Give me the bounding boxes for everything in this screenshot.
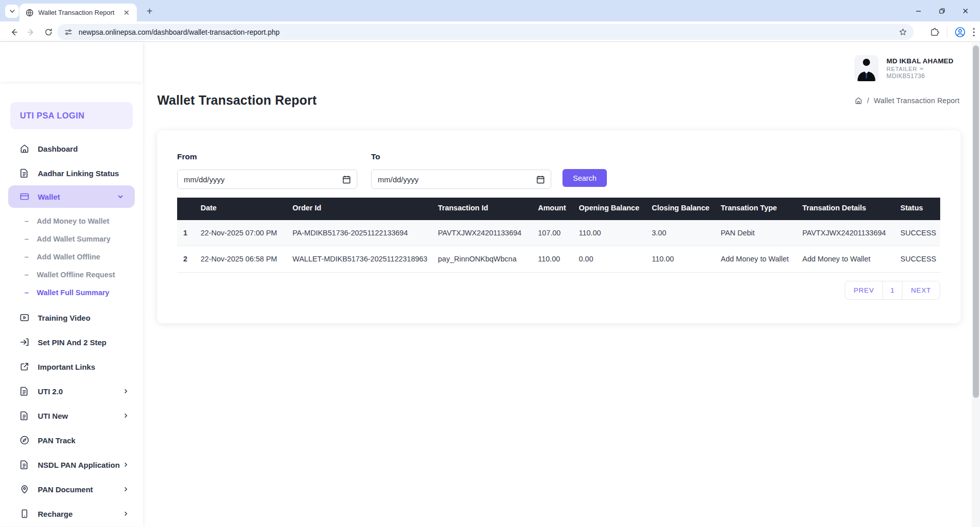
chevron-right-icon: [123, 462, 129, 468]
chevron-down-icon: [919, 66, 924, 71]
sidebar-item-label: Training Video: [38, 314, 90, 322]
dash-icon: –: [24, 217, 29, 225]
sidebar-item-label: Important Links: [38, 363, 95, 371]
sidebar-subitem-wallet-full-summary[interactable]: – Wallet Full Summary: [0, 283, 143, 301]
profile-icon[interactable]: [954, 27, 966, 38]
next-page-button[interactable]: NEXT: [902, 281, 940, 299]
cell-status: SUCCESS: [896, 220, 940, 246]
sidebar-item-training-video[interactable]: Training Video: [0, 305, 143, 330]
brand-badge: UTI PSA LOGIN: [10, 102, 133, 129]
dash-icon: –: [24, 253, 29, 261]
dash-icon: –: [24, 271, 29, 279]
kebab-menu-icon[interactable]: [973, 28, 975, 37]
calendar-icon[interactable]: [536, 175, 545, 184]
search-button[interactable]: Search: [562, 169, 607, 187]
user-role[interactable]: RETAILER: [887, 66, 953, 72]
page-scrollbar[interactable]: [972, 42, 980, 527]
breadcrumb: / Wallet Transaction Report: [854, 97, 960, 105]
sidebar-item-aadhar-linking-status[interactable]: Aadhar Linking Status: [0, 161, 143, 185]
login-arrow-icon: [19, 337, 30, 347]
browser-tab[interactable]: Wallet Transaction Report ✕: [19, 4, 137, 21]
sidebar-item-uti-new[interactable]: UTI New: [0, 403, 143, 428]
cell-index: 1: [177, 220, 197, 246]
sidebar-item-label: Recharge: [38, 510, 72, 518]
home-icon[interactable]: [854, 97, 863, 105]
site-info-icon[interactable]: [64, 28, 72, 36]
location-pin-icon: [19, 484, 30, 494]
sidebar-item-uti-20[interactable]: UTI 2.0: [0, 379, 143, 403]
document-icon: [19, 411, 30, 421]
tab-close-icon[interactable]: ✕: [121, 8, 132, 17]
sidebar-item-recharge[interactable]: Recharge: [0, 501, 143, 526]
new-tab-button[interactable]: +: [143, 5, 156, 18]
sidebar-item-important-links[interactable]: Important Links: [0, 354, 143, 379]
calendar-icon[interactable]: [342, 175, 351, 184]
chevron-down-icon: [117, 194, 124, 200]
cell-order-id: PA-MDIKB51736-20251122133694: [288, 220, 434, 246]
cell-transation-details: PAVTXJWX24201133694: [798, 220, 896, 246]
cell-opening-balance: 110.00: [575, 220, 648, 246]
mobile-phone-icon: [19, 509, 30, 519]
cell-date: 22-Nov-2025 07:00 PM: [197, 220, 288, 246]
document-icon: [19, 386, 30, 396]
sidebar-item-dashboard[interactable]: Dashboard: [0, 136, 143, 161]
bookmark-star-icon[interactable]: [898, 28, 908, 37]
sidebar-item-label: UTI New: [38, 412, 68, 420]
sidebar-subitem-add-wallet-summary[interactable]: – Add Wallet Summary: [0, 230, 143, 248]
sidebar-item-label: NSDL PAN Application: [38, 461, 120, 469]
reload-button[interactable]: [42, 26, 55, 39]
page-number-button[interactable]: 1: [883, 281, 902, 299]
toolbar-actions: [930, 25, 975, 39]
tab-search-button[interactable]: [5, 5, 19, 18]
cell-status: SUCCESS: [896, 246, 940, 272]
close-window-button[interactable]: [953, 0, 977, 21]
table-row: 1 22-Nov-2025 07:00 PM PA-MDIKB51736-202…: [177, 220, 940, 246]
cell-closing-balance: 110.00: [648, 246, 717, 272]
table-row: 2 22-Nov-2025 06:58 PM WALLET-MDIKB51736…: [177, 246, 940, 272]
breadcrumb-separator: /: [867, 97, 869, 105]
cell-transaction-id: PAVTXJWX24201133694: [434, 220, 534, 246]
sidebar-item-pan-track[interactable]: PAN Track: [0, 428, 143, 452]
sidebar-item-wallet[interactable]: Wallet: [8, 185, 135, 208]
document-icon: [19, 460, 30, 470]
col-status: Status: [896, 198, 940, 220]
sidebar-item-pan-document[interactable]: PAN Document: [0, 477, 143, 501]
extensions-icon[interactable]: [930, 28, 940, 37]
sidebar-subitem-wallet-offline-request[interactable]: – Wallet Offline Request: [0, 266, 143, 283]
main-content: MD IKBAL AHAMED RETAILER MDIKB51736 Wall…: [143, 42, 980, 526]
user-profile[interactable]: MD IKBAL AHAMED RETAILER MDIKB51736: [854, 55, 953, 81]
col-order-id: Order Id: [288, 198, 434, 220]
cell-transaction-id: pay_RinnONKbqWbcna: [434, 246, 534, 272]
col-transation-type: Transation Type: [717, 198, 798, 220]
sidebar-subitem-add-wallet-offline[interactable]: – Add Wallet Offline: [0, 248, 143, 266]
chevron-right-icon: [123, 511, 129, 517]
prev-page-button[interactable]: PREV: [845, 281, 883, 299]
from-date-input[interactable]: mm/dd/yyyy: [177, 170, 357, 189]
url-text[interactable]: newpsa.onlinepsa.com/dashboard/wallet-tr…: [79, 28, 898, 36]
restore-button[interactable]: [930, 0, 953, 21]
sidebar-subitem-add-money-to-wallet[interactable]: – Add Money to Wallet: [0, 212, 143, 230]
dash-icon: –: [24, 235, 29, 243]
sidebar-item-label: PAN Track: [38, 436, 76, 445]
forward-button[interactable]: [24, 26, 38, 39]
chevron-right-icon: [123, 389, 129, 394]
sidebar-item-label: Aadhar Linking Status: [38, 169, 119, 178]
minimize-button[interactable]: [906, 0, 930, 21]
cell-amount: 107.00: [534, 220, 575, 246]
sidebar-item-set-pin[interactable]: Set PIN And 2 Step: [0, 330, 143, 354]
sidebar-item-nsdl-pan-application[interactable]: NSDL PAN Application: [0, 452, 143, 477]
back-button[interactable]: [7, 26, 20, 39]
dash-icon: –: [24, 289, 29, 297]
col-amount: Amount: [534, 198, 575, 220]
sidebar-logo-area: [0, 42, 143, 82]
sidebar-subitem-label: Add Wallet Offline: [37, 253, 100, 261]
scrollbar-thumb[interactable]: [973, 45, 979, 398]
chevron-right-icon: [123, 487, 129, 492]
sidebar-subitem-label: Wallet Full Summary: [37, 289, 109, 297]
sidebar: UTI PSA LOGIN Dashboard Aadhar Linking S…: [0, 42, 143, 526]
toolbar-separator: [947, 27, 947, 37]
address-bar[interactable]: newpsa.onlinepsa.com/dashboard/wallet-tr…: [57, 24, 914, 40]
cell-date: 22-Nov-2025 06:58 PM: [197, 246, 288, 272]
sidebar-item-label: Wallet: [38, 193, 60, 201]
to-date-input[interactable]: mm/dd/yyyy: [371, 170, 551, 189]
